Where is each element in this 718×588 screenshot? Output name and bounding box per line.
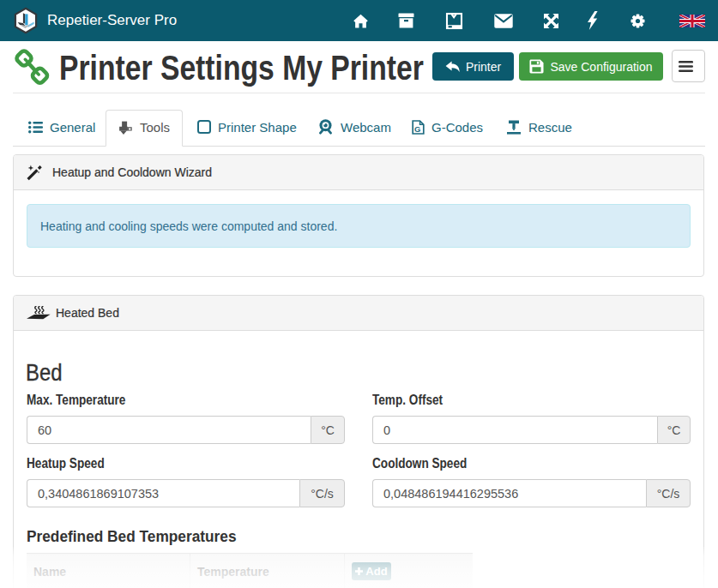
- svg-text:G: G: [414, 123, 420, 133]
